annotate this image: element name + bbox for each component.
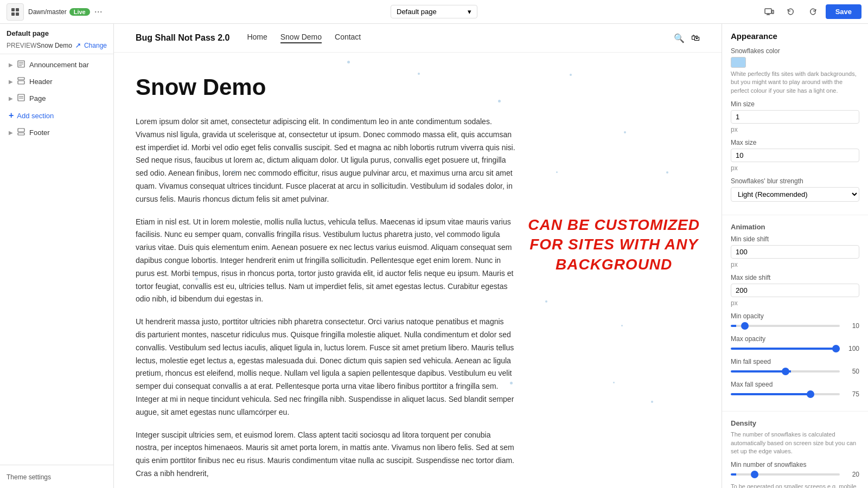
sidebar-item-announcement-bar[interactable]: ▶ Announcement bar xyxy=(2,57,111,73)
theme-settings-link[interactable]: Theme settings xyxy=(7,473,51,481)
svg-rect-17 xyxy=(18,129,24,132)
page-title: Snow Demo xyxy=(136,74,515,100)
min-size-label: Min size xyxy=(731,100,859,108)
min-size-row: Min size px xyxy=(731,100,859,133)
min-size-input[interactable] xyxy=(731,110,859,124)
canvas: Bug Shall Not Pass 2.0 Home Snow Demo Co… xyxy=(114,24,722,488)
min-size-px: px xyxy=(731,126,859,133)
min-snowflakes-value: 20 xyxy=(844,471,859,478)
sidebar-footer: Theme settings xyxy=(0,465,113,488)
min-snowflakes-slider[interactable] xyxy=(731,473,840,476)
max-side-shift-input[interactable] xyxy=(731,284,859,297)
topbar-left: Dawn/master Live ··· xyxy=(7,3,288,21)
grid-icon-button[interactable] xyxy=(7,3,24,21)
appearance-section: Appearance Snowflakes color White perfec… xyxy=(722,24,868,215)
site-nav: Bug Shall Not Pass 2.0 Home Snow Demo Co… xyxy=(114,24,722,53)
svg-rect-0 xyxy=(11,8,15,11)
more-options-button[interactable]: ··· xyxy=(94,6,103,17)
redo-button[interactable] xyxy=(804,3,821,21)
external-link-icon xyxy=(75,43,81,48)
svg-rect-12 xyxy=(18,78,24,80)
color-swatch[interactable] xyxy=(731,57,746,68)
density-section: Density The number of snowflakes is calc… xyxy=(722,412,868,488)
sidebar-item-header[interactable]: ▶ Header xyxy=(2,74,111,89)
min-side-shift-label: Min side shift xyxy=(731,235,859,243)
nav-link-home[interactable]: Home xyxy=(247,33,267,43)
min-opacity-value: 10 xyxy=(844,322,859,330)
min-side-shift-row: Min side shift px xyxy=(731,235,859,268)
divider-1 xyxy=(0,54,113,54)
footer-icon xyxy=(17,128,25,137)
save-button[interactable]: Save xyxy=(826,4,861,19)
page-dropdown[interactable]: Default page ▾ xyxy=(391,5,477,18)
snowflakes-color-desc: White perfectly fits sites with dark bac… xyxy=(731,70,859,95)
blur-select[interactable]: Light (Recommended) None Medium Strong xyxy=(731,187,859,202)
snowflakes-color-label: Snowflakes color xyxy=(731,47,859,55)
panel-title: Appearance xyxy=(731,31,859,41)
add-section-label: Add section xyxy=(17,112,54,120)
page-label: Page xyxy=(29,94,46,102)
max-fall-speed-slider[interactable] xyxy=(731,393,840,395)
blur-label: Snowflakes' blur strength xyxy=(731,177,859,185)
cta-line-3: BACKGROUND xyxy=(528,255,700,274)
cta-line-1: CAN BE CUSTOMIZED xyxy=(528,215,700,235)
min-fall-speed-label: Min fall speed xyxy=(731,358,859,365)
svg-rect-13 xyxy=(18,81,24,84)
min-snowflakes-subdesc: To be generated on smaller screens e.g. … xyxy=(731,483,859,488)
main-layout: Default page PREVIEW Snow Demo Change ▶ … xyxy=(0,24,868,488)
min-opacity-slider[interactable] xyxy=(731,325,840,327)
min-fall-speed-value: 50 xyxy=(844,368,859,375)
right-panel: Appearance Snowflakes color White perfec… xyxy=(722,24,868,488)
paragraph-2: Etiam in nisl est. Ut in lorem molestie,… xyxy=(136,216,515,306)
cta-block: CAN BE CUSTOMIZED FOR SITES WITH ANY BAC… xyxy=(528,215,700,274)
preview-change-link[interactable]: Change xyxy=(84,42,107,49)
page-content: Snow Demo Lorem ipsum dolor sit amet, co… xyxy=(114,53,537,488)
max-size-input[interactable] xyxy=(731,149,859,162)
blur-row: Snowflakes' blur strength Light (Recomme… xyxy=(731,177,859,202)
min-fall-speed-slider[interactable] xyxy=(731,370,840,373)
cta-line-2: FOR SITES WITH ANY xyxy=(528,235,700,254)
devices-icon-button[interactable] xyxy=(761,3,778,21)
min-opacity-label: Min opacity xyxy=(731,312,859,320)
sidebar-item-page[interactable]: ▶ Page xyxy=(2,91,111,106)
max-size-label: Max size xyxy=(731,139,859,146)
max-fall-speed-label: Max fall speed xyxy=(731,381,859,388)
max-fall-speed-slider-row: 75 xyxy=(731,390,859,398)
animation-label: Animation xyxy=(731,223,859,231)
page-frame: Bug Shall Not Pass 2.0 Home Snow Demo Co… xyxy=(114,24,722,488)
snowflakes-color-row: Snowflakes color White perfectly fits si… xyxy=(731,47,859,95)
search-icon[interactable]: 🔍 xyxy=(674,33,685,43)
max-side-shift-label: Max side shift xyxy=(731,274,859,281)
max-opacity-label: Max opacity xyxy=(731,335,859,343)
undo-button[interactable] xyxy=(782,3,800,21)
min-side-shift-input[interactable] xyxy=(731,245,859,259)
sidebar-item-footer[interactable]: ▶ Footer xyxy=(2,125,111,140)
min-snowflakes-slider-row: 20 xyxy=(731,471,859,478)
preview-value: Snow Demo xyxy=(37,42,72,49)
max-side-shift-row: Max side shift px xyxy=(731,274,859,307)
max-fall-speed-value: 75 xyxy=(844,390,859,398)
nav-link-snow-demo[interactable]: Snow Demo xyxy=(280,33,322,43)
max-opacity-row: Max opacity 100 xyxy=(731,335,859,352)
chevron-icon: ▶ xyxy=(9,95,13,101)
nav-link-contact[interactable]: Contact xyxy=(335,33,361,43)
max-opacity-value: 100 xyxy=(844,345,859,352)
branch-name: Dawn/master xyxy=(28,8,67,16)
cart-icon[interactable]: 🛍 xyxy=(691,33,700,43)
preview-label: PREVIEW xyxy=(7,42,36,49)
paragraph-3: Ut hendrerit massa justo, porttitor ultr… xyxy=(136,316,515,419)
density-desc: The number of snowflakes is calculated a… xyxy=(731,431,859,455)
page-icon xyxy=(17,94,25,103)
svg-rect-1 xyxy=(16,8,19,11)
add-section-button[interactable]: + Add section xyxy=(2,107,111,124)
svg-rect-2 xyxy=(11,12,15,16)
max-opacity-slider[interactable] xyxy=(731,348,840,350)
site-brand: Bug Shall Not Pass 2.0 xyxy=(136,33,229,43)
announcement-bar-icon xyxy=(17,60,25,69)
animation-section: Animation Min side shift px Max side shi… xyxy=(722,215,868,412)
live-badge: Live xyxy=(69,8,90,16)
min-opacity-row: Min opacity 10 xyxy=(731,312,859,330)
chevron-icon: ▶ xyxy=(9,130,13,136)
svg-rect-3 xyxy=(16,12,19,16)
svg-rect-5 xyxy=(772,10,774,14)
